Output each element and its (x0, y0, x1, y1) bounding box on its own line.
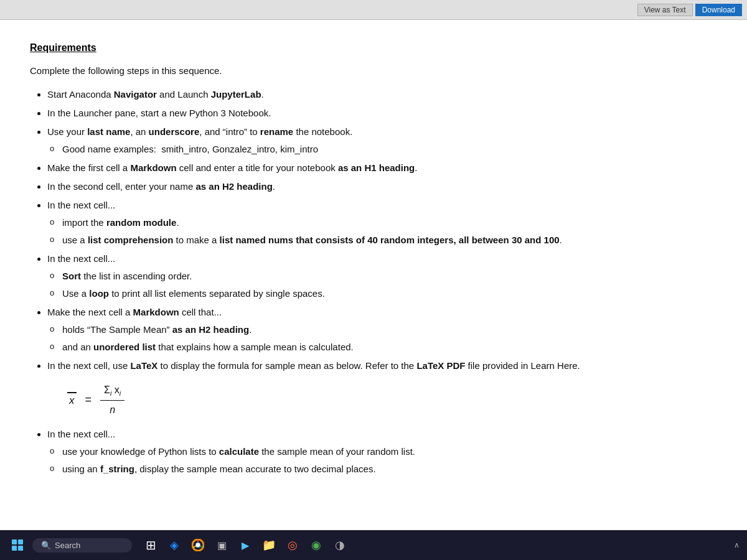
view-as-text-button[interactable]: View as Text (637, 4, 693, 16)
sub-list-item: import the random module. (62, 215, 717, 230)
list-item: Start Anaconda Navigator and Launch Jupy… (47, 87, 717, 102)
sub-list: Good name examples: smith_intro, Gonzale… (47, 142, 717, 157)
svg-line-4 (193, 546, 195, 548)
terminal-taskbar-icon[interactable]: ▣ (213, 536, 230, 554)
green-taskbar-icon[interactable]: ◉ (308, 536, 325, 554)
download-button[interactable]: Download (695, 4, 742, 16)
sub-list-item: Good name examples: smith_intro, Gonzale… (62, 142, 717, 157)
sub-list-item: use a list comprehension to make a list … (62, 233, 717, 248)
sub-list: use your knowledge of Python lists to ca… (47, 444, 717, 477)
search-label: Search (55, 541, 80, 550)
taskbar: 🔍 Search ⊞ ◈ ▣ ▶ 📁 (0, 530, 747, 560)
sub-list: import the random module. use a list com… (47, 215, 717, 248)
list-item: In the next cell... use your knowledge o… (47, 427, 717, 477)
start-button[interactable] (7, 535, 27, 555)
top-bar-buttons: View as Text Download (637, 4, 742, 16)
sub-list: Sort the list in ascending order. Use a … (47, 269, 717, 301)
list-item: Use your last name, an underscore, and “… (47, 124, 717, 157)
media-icon: ▶ (242, 539, 249, 551)
files-icon: ⊞ (146, 538, 156, 553)
formula-fraction: Σi xi n (100, 382, 125, 418)
main-list: Start Anaconda Navigator and Launch Jupy… (30, 87, 717, 477)
sub-list-item: Sort the list in ascending order. (62, 269, 717, 284)
windows-icon (12, 539, 23, 551)
formula-block: x = Σi xi n (67, 382, 717, 418)
list-item: In the next cell... Sort the list in asc… (47, 251, 717, 301)
list-item: Make the first cell a Markdown cell and … (47, 161, 717, 175)
green-icon: ◉ (311, 538, 321, 552)
requirements-heading: Requirements (30, 40, 717, 56)
list-item: In the second cell, enter your name as a… (47, 179, 717, 194)
taskbar-right-area: ∧ (734, 541, 740, 549)
moon-taskbar-icon[interactable]: ◑ (331, 536, 349, 554)
formula-xbar: x (67, 392, 77, 408)
media-taskbar-icon[interactable]: ▶ (237, 536, 254, 554)
circle-icon: ◎ (288, 538, 298, 552)
edge-icon: ◈ (170, 538, 179, 552)
formula-denominator: n (110, 401, 115, 418)
chrome-icon (192, 539, 204, 551)
list-item: In the next cell... import the random mo… (47, 198, 717, 248)
search-bar[interactable]: 🔍 Search (32, 538, 132, 553)
files-taskbar-icon[interactable]: ⊞ (142, 536, 159, 554)
sub-list-item: use your knowledge of Python lists to ca… (62, 444, 717, 459)
svg-line-3 (200, 546, 203, 548)
top-bar: View as Text Download (0, 0, 747, 20)
chevron-up-icon[interactable]: ∧ (734, 541, 740, 549)
taskbar-app-icons: ⊞ ◈ ▣ ▶ 📁 ◎ ◉ (142, 536, 349, 554)
sub-list-item: holds “The Sample Mean” as an H2 heading… (62, 322, 717, 337)
formula-numerator: Σi xi (100, 382, 125, 401)
svg-point-1 (195, 543, 200, 548)
list-item: Make the next cell a Markdown cell that.… (47, 305, 717, 355)
moon-icon: ◑ (335, 538, 345, 552)
sub-list: holds “The Sample Mean” as an H2 heading… (47, 322, 717, 355)
terminal-icon: ▣ (217, 539, 227, 551)
doc-wrapper: Requirements Complete the following step… (0, 20, 747, 530)
circle-taskbar-icon[interactable]: ◎ (284, 536, 301, 554)
sub-list-item: using an f_string, display the sample me… (62, 462, 717, 477)
sub-list-item: and an unordered list that explains how … (62, 340, 717, 355)
document-area: Requirements Complete the following step… (0, 20, 747, 530)
folder-icon: 📁 (262, 538, 276, 552)
sub-list-item: Use a loop to print all list elements se… (62, 286, 717, 301)
folder-taskbar-icon[interactable]: 📁 (260, 536, 278, 554)
intro-text: Complete the following steps in this seq… (30, 63, 717, 78)
edge-taskbar-icon[interactable]: ◈ (166, 536, 183, 554)
formula-equals-sign: = (85, 391, 92, 409)
list-item: In the Launcher pane, start a new Python… (47, 106, 717, 121)
chrome-taskbar-icon[interactable] (189, 536, 207, 554)
search-icon: 🔍 (41, 541, 51, 550)
list-item: In the next cell, use LaTeX to display t… (47, 358, 717, 418)
